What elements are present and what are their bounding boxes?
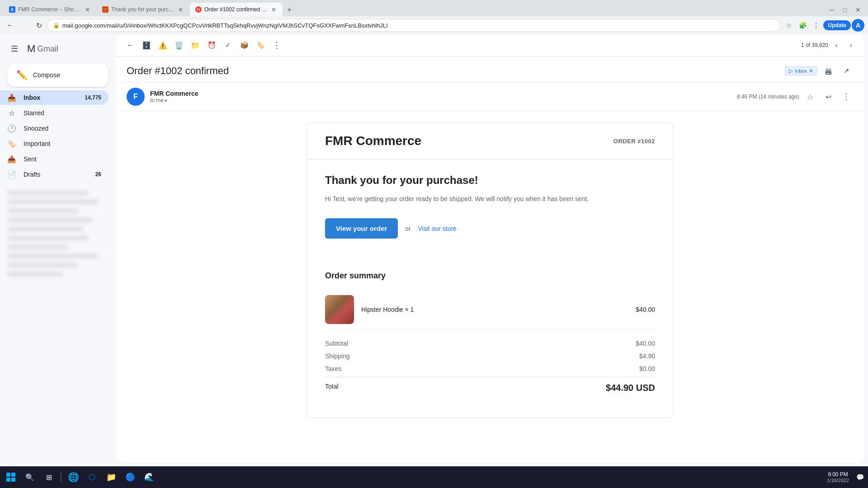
archive-button[interactable]: 🗄️ <box>139 38 154 52</box>
taskbar-time: 9:00 PM 1/18/2022 <box>823 471 853 483</box>
toolbar-right-icons: ☆ 🧩 ⋮ Update A <box>783 19 864 32</box>
subtotal-row: Subtotal $40.00 <box>325 337 655 350</box>
back-button[interactable]: ← <box>4 19 16 32</box>
tab3-title: Order #1002 confirmed - fmraja... <box>204 6 268 13</box>
inbox-badge-label: Inbox <box>795 68 807 74</box>
sender-meta: 8:46 PM (14 minutes ago) ☆ ↩ ⋮ <box>737 89 854 104</box>
inbox-icon: 📥 <box>7 94 16 102</box>
total-label: Total <box>325 383 339 393</box>
email-card: FMR Commerce ORDER #1002 Thank you for y… <box>307 122 674 418</box>
taxes-row: Taxes $0.00 <box>325 362 655 375</box>
sender-to[interactable]: to me ▾ <box>150 97 731 103</box>
important-icon: 🏷️ <box>7 140 16 148</box>
label-button[interactable]: 🏷️ <box>253 38 268 52</box>
important-label: Important <box>24 140 101 147</box>
product-price: $40.00 <box>636 306 655 313</box>
update-button[interactable]: Update <box>823 20 851 30</box>
address-bar[interactable]: 🔒 mail.google.com/mail/u/0/#inbox/WhctKK… <box>47 19 781 32</box>
nav-drafts[interactable]: 📄 Drafts 26 <box>0 167 108 182</box>
browser-tab-2[interactable]: 🛒 Thank you for your purchase! -... ✕ <box>97 3 189 16</box>
taskview-button[interactable]: ⊞ <box>40 468 58 486</box>
nav-sent[interactable]: 📤 Sent <box>0 152 108 166</box>
search-taskbar[interactable]: 🔍 <box>21 468 39 486</box>
sent-label: Sent <box>24 155 101 163</box>
forward-icon: ▷ <box>789 68 793 74</box>
taskbar: 🔍 ⊞ 🌐 ⬡ 📁 🔵 🌊 9:00 PM 1/18/2022 💬 <box>0 466 868 488</box>
next-email-button[interactable]: › <box>844 39 857 52</box>
mark-done-button[interactable]: ✓ <box>221 38 235 52</box>
notification-button[interactable]: 💬 <box>854 471 866 483</box>
brand-name: FMR Commerce <box>325 134 421 148</box>
sender-info: FMR Commerce to me ▾ <box>150 90 731 103</box>
total-value: $44.90 USD <box>606 383 655 393</box>
move-label-button[interactable]: 📦 <box>237 38 251 52</box>
open-in-new-button[interactable]: ↗ <box>839 64 854 78</box>
sender-row: F FMR Commerce to me ▾ 8:46 PM (14 minut… <box>116 82 864 112</box>
tab2-close[interactable]: ✕ <box>177 5 184 14</box>
inbox-badge[interactable]: ▷ Inbox ✕ <box>785 66 817 75</box>
tab3-close[interactable]: ✕ <box>270 5 277 14</box>
drafts-count: 26 <box>95 171 101 178</box>
star-button[interactable]: ☆ <box>803 89 817 104</box>
nav-inbox[interactable]: 📥 Inbox 14,775 <box>0 90 108 105</box>
view-order-button[interactable]: View your order <box>325 218 398 239</box>
browser-tab-3[interactable]: M Order #1002 confirmed - fmraja... ✕ <box>190 3 283 16</box>
browser-chrome: S FMR Commerce ~ Shopify Paym... ✕ 🛒 Tha… <box>0 0 868 34</box>
taxes-value: $0.00 <box>639 365 655 372</box>
extensions-button[interactable]: 🧩 <box>796 19 809 32</box>
reply-button[interactable]: ↩ <box>821 89 835 104</box>
compose-label: Compose <box>33 71 60 79</box>
taskbar-chrome[interactable]: 🌐 <box>64 468 82 486</box>
nav-snoozed[interactable]: 🕐 Snoozed <box>0 121 108 136</box>
tab1-close[interactable]: ✕ <box>84 5 91 14</box>
maximize-button[interactable]: □ <box>839 4 851 16</box>
minimize-button[interactable]: ─ <box>826 4 838 16</box>
inbox-count: 14,775 <box>85 94 101 101</box>
snoozed-label: Snoozed <box>24 125 101 132</box>
spam-button[interactable]: ⚠️ <box>156 38 170 52</box>
profile-button[interactable]: A <box>852 19 864 32</box>
taskbar-edge[interactable]: 🌊 <box>140 468 158 486</box>
or-text: or <box>405 225 410 232</box>
drafts-icon: 📄 <box>7 170 16 179</box>
nav-starred[interactable]: ☆ Starred <box>0 106 108 120</box>
nav-important[interactable]: 🏷️ Important <box>0 136 108 151</box>
product-thumbnail <box>325 295 354 324</box>
tab2-favicon: 🛒 <box>102 6 108 13</box>
order-item: Hipster Hoodie × 1 $40.00 <box>325 290 655 330</box>
shipping-label: Shipping <box>325 352 350 360</box>
prev-email-button[interactable]: ‹ <box>830 39 843 52</box>
lock-icon: 🔒 <box>53 22 60 28</box>
snooze-button[interactable]: ⏰ <box>204 38 219 52</box>
browser-tabs-row: S FMR Commerce ~ Shopify Paym... ✕ 🛒 Tha… <box>0 0 868 16</box>
starred-label: Starred <box>24 109 101 117</box>
more-options-button[interactable]: ⋮ <box>839 89 854 104</box>
taskbar-files[interactable]: 📁 <box>102 468 120 486</box>
more-actions-button[interactable]: ⋮ <box>269 38 284 52</box>
close-button[interactable]: ✕ <box>852 4 864 16</box>
hamburger-menu[interactable]: ☰ <box>7 42 22 56</box>
tab1-favicon: S <box>9 6 15 13</box>
compose-button[interactable]: ✏️ Compose <box>7 63 108 87</box>
order-summary-title: Order summary <box>325 271 655 281</box>
menu-button[interactable]: ⋮ <box>810 19 822 32</box>
print-button[interactable]: 🖨️ <box>821 64 835 78</box>
reload-button[interactable]: ↻ <box>33 19 45 32</box>
bookmark-star-button[interactable]: ☆ <box>783 19 795 32</box>
move-to-button[interactable]: 📁 <box>188 38 203 52</box>
taskbar-browser[interactable]: 🔵 <box>121 468 139 486</box>
delete-button[interactable]: 🗑️ <box>172 38 186 52</box>
browser-tab-1[interactable]: S FMR Commerce ~ Shopify Paym... ✕ <box>4 3 96 16</box>
forward-button[interactable]: → <box>18 19 31 32</box>
new-tab-button[interactable]: + <box>283 4 296 16</box>
badge-close-icon[interactable]: ✕ <box>809 68 813 74</box>
shipping-row: Shipping $4.90 <box>325 350 655 362</box>
compose-icon: ✏️ <box>16 70 28 80</box>
visit-store-link[interactable]: Visit our store <box>418 225 457 232</box>
start-button[interactable] <box>2 468 20 486</box>
back-to-inbox-button[interactable]: ← <box>123 38 137 52</box>
product-name: Hipster Hoodie × 1 <box>361 306 628 313</box>
thank-you-text: Hi Test, we're getting your order ready … <box>325 194 655 204</box>
email-time: 8:46 PM (14 minutes ago) <box>737 94 799 100</box>
taskbar-vscode[interactable]: ⬡ <box>83 468 101 486</box>
